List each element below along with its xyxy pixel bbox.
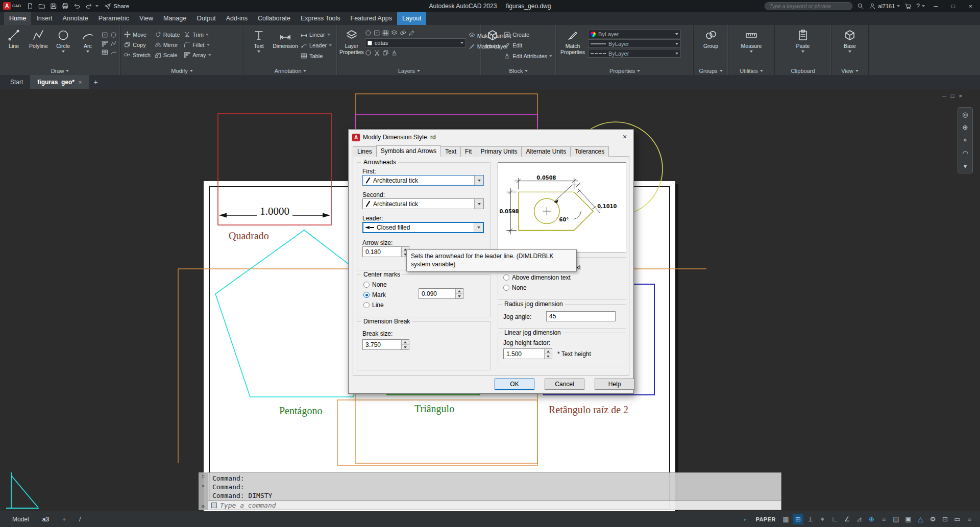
leader-arrowhead-dropdown-icon[interactable] (474, 223, 483, 232)
base-dropdown-icon[interactable] (848, 51, 851, 53)
layer-unisolate-icon[interactable] (400, 30, 406, 36)
center-mark-spin-down-icon[interactable] (456, 293, 463, 298)
layer-isolate-icon[interactable] (391, 30, 398, 36)
quick-access-dropdown-icon[interactable] (95, 5, 99, 7)
new-file-button[interactable] (25, 1, 35, 11)
dialog-tab-text[interactable]: Text (440, 146, 461, 157)
linear-dropdown-icon[interactable] (327, 34, 330, 36)
paste-dropdown-icon[interactable] (801, 51, 804, 53)
color-dropdown-icon[interactable] (675, 33, 678, 35)
jog-height-spin-up-icon[interactable] (545, 349, 552, 354)
ok-button[interactable]: OK (495, 379, 534, 390)
spline-tool-icon[interactable] (110, 40, 117, 47)
dialog-tab-lines[interactable]: Lines (353, 146, 377, 157)
search-input[interactable] (765, 2, 852, 10)
model-paper-toggle-icon[interactable]: ⌐ (740, 514, 751, 524)
center-mark-line-radio[interactable]: Line (363, 302, 384, 309)
circle-dropdown-icon[interactable] (62, 51, 65, 53)
draw-panel-expand-icon[interactable] (66, 70, 69, 72)
arc-dropdown-icon[interactable] (86, 51, 89, 53)
insert-block-tool[interactable]: Insert (483, 27, 501, 64)
utilities-panel-expand-icon[interactable] (760, 70, 763, 72)
share-button[interactable]: Share (104, 3, 129, 10)
point-tool-icon[interactable] (102, 49, 108, 56)
dynamic-input-icon[interactable]: ⌖ (817, 514, 828, 524)
viewport-restore-icon[interactable]: □ (951, 93, 954, 99)
stretch-tool[interactable]: Stretch (122, 50, 152, 60)
layer-merge-icon[interactable] (382, 49, 389, 56)
help-menu[interactable]: ? (916, 3, 925, 10)
layer-walk-icon[interactable] (408, 30, 415, 36)
autocad-logo[interactable]: A (3, 2, 11, 10)
new-layout-button[interactable]: + (62, 516, 66, 523)
command-customize-icon[interactable]: ⚙ (202, 504, 205, 509)
draw-panel-label[interactable]: Draw (0, 66, 120, 75)
workspace-switching-icon[interactable]: ⚙ (927, 514, 938, 524)
arc-tool[interactable]: Arc (76, 27, 100, 64)
arrow-size-input[interactable]: 0.180 (362, 246, 409, 257)
ribbon-tab-manage[interactable]: Manage (158, 12, 191, 25)
modify-panel-expand-icon[interactable] (190, 70, 193, 72)
linetype-select[interactable]: ByLayer (588, 49, 681, 58)
center-mark-size-input[interactable]: 0.090 (419, 288, 463, 299)
text-tool[interactable]: Text (246, 27, 272, 64)
layer-dropdown-icon[interactable] (460, 42, 463, 44)
minimize-button[interactable]: ─ (929, 0, 942, 12)
measure-dropdown-icon[interactable] (750, 51, 753, 53)
rectangle-tool-icon[interactable] (102, 32, 108, 38)
leader-dropdown-icon[interactable] (329, 44, 332, 46)
dialog-title-bar[interactable]: A Modify Dimension Style: rd (349, 130, 633, 145)
object-snap-icon[interactable]: ⊕ (866, 514, 877, 524)
command-input[interactable] (220, 501, 778, 509)
array-dropdown-icon[interactable] (208, 54, 211, 56)
properties-panel-label[interactable]: Properties (556, 66, 693, 75)
base-view-tool[interactable]: Base (837, 27, 863, 64)
search-icon[interactable] (857, 3, 864, 10)
plot-button[interactable] (60, 1, 70, 11)
selection-cycling-icon[interactable]: ▣ (903, 514, 914, 524)
viewport-minimize-icon[interactable]: ─ (942, 93, 946, 99)
jog-height-spin-down-icon[interactable] (545, 354, 552, 359)
viewport-close-icon[interactable]: × (959, 93, 962, 99)
ribbon-tab-output[interactable]: Output (191, 12, 221, 25)
undo-button[interactable] (72, 1, 82, 11)
ribbon-tab-parametric[interactable]: Parametric (93, 12, 134, 25)
break-size-spin-up-icon[interactable] (402, 340, 409, 344)
measure-tool[interactable]: Measure (739, 27, 764, 64)
table-tool[interactable]: Table (299, 51, 333, 61)
dialog-tab-primary-units[interactable]: Primary Units (476, 146, 522, 157)
polyline-tool[interactable]: Polyline (27, 27, 50, 64)
dialog-tab-fit[interactable]: Fit (460, 146, 476, 157)
linear-dimension-tool[interactable]: Linear (299, 30, 333, 39)
customization-icon[interactable]: ≡ (964, 514, 975, 524)
rotate-tool[interactable]: Rotate (153, 30, 181, 39)
layers-panel-label[interactable]: Layers (337, 66, 481, 75)
layer-select[interactable]: cotas (365, 38, 466, 47)
fillet-dropdown-icon[interactable] (207, 44, 210, 46)
annotation-panel-label[interactable]: Annotation (244, 66, 337, 75)
object-color-select[interactable]: ByLayer (588, 30, 681, 38)
annotation-visibility-icon[interactable]: △ (915, 514, 926, 524)
help-button[interactable]: Help (595, 379, 634, 390)
line-tool[interactable]: Line (2, 27, 26, 64)
transparency-icon[interactable]: ▤ (891, 514, 901, 524)
file-tab-current[interactable]: figuras_geo* × (30, 75, 89, 89)
command-close-icon[interactable]: × (202, 483, 205, 489)
text-dropdown-icon[interactable] (257, 51, 260, 53)
create-block-tool[interactable]: Create (502, 30, 554, 39)
layer-off-icon[interactable] (365, 49, 372, 56)
ribbon-tab-addins[interactable]: Add-ins (221, 12, 253, 25)
steering-wheel-icon[interactable]: ◎ (962, 111, 968, 118)
command-history[interactable]: Command: Command: Command: DIMSTY (208, 472, 781, 500)
lineweight-dropdown-icon[interactable] (675, 43, 678, 45)
center-mark-mark-radio[interactable]: Mark (363, 291, 386, 298)
array-tool[interactable]: Array (182, 50, 212, 60)
ribbon-tab-home[interactable]: Home (4, 12, 31, 25)
break-size-input[interactable]: 3.750 (362, 339, 409, 350)
edit-attributes-tool[interactable]: Edit Attributes (502, 51, 554, 61)
polar-tracking-icon[interactable]: ∠ (842, 514, 852, 524)
redo-button[interactable] (84, 1, 94, 11)
pan-icon[interactable]: ⊕ (963, 123, 968, 131)
fillet-tool[interactable]: Fillet (182, 40, 212, 49)
jog-height-factor-input[interactable]: 1.500 (503, 348, 552, 359)
